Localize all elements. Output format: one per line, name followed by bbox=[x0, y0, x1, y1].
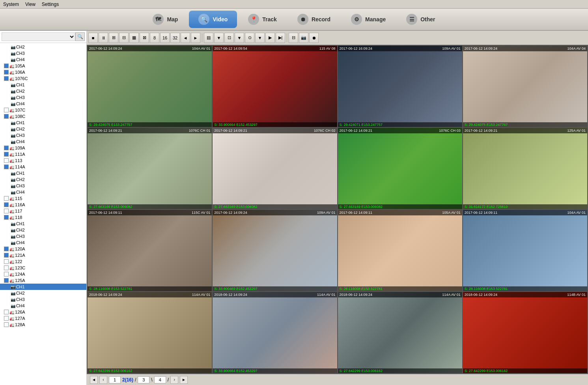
tree-item-1076c-ch4[interactable]: 📷CH4 bbox=[0, 101, 86, 107]
page-last-btn[interactable]: ► bbox=[180, 376, 188, 384]
video-cell-15[interactable]: 2018-06-12 14:09:24 114A AV 01 S: 27.642… bbox=[338, 292, 462, 373]
tree-item-124a[interactable]: 🚛124A bbox=[0, 271, 86, 277]
toolbar-btn-option6[interactable]: ▼ bbox=[255, 33, 265, 43]
checkbox-115[interactable] bbox=[4, 196, 9, 201]
checkbox-114a[interactable] bbox=[4, 164, 9, 169]
video-cell-1[interactable]: 2017-06-12 14:09:24 104A AV 01 S: 29.424… bbox=[88, 46, 212, 127]
toolbar-btn-option3[interactable]: ⊡ bbox=[224, 33, 234, 43]
tree-item-114a-ch1[interactable]: 📷CH1 bbox=[0, 170, 86, 176]
checkbox-109a[interactable] bbox=[4, 146, 9, 150]
tree-item-108c-ch2[interactable]: 📷CH2 bbox=[0, 126, 86, 132]
toolbar-btn-grid1[interactable]: ⊞ bbox=[109, 33, 118, 43]
toolbar-btn-grid32[interactable]: 32 bbox=[170, 33, 180, 43]
search-button[interactable]: 🔍 bbox=[75, 32, 85, 41]
tree-item-118-ch4[interactable]: 📷CH4 bbox=[0, 239, 86, 246]
checkbox-123c[interactable] bbox=[4, 265, 9, 270]
toolbar-btn-grid6[interactable]: ⊠ bbox=[140, 33, 149, 43]
tree-item-ch3[interactable]: 📷CH3 bbox=[0, 50, 86, 56]
toolbar-btn-size[interactable]: ⊟ bbox=[289, 33, 298, 43]
video-cell-9[interactable]: 2017-06-12 14:09:11 115C AV 01 S: 28.116… bbox=[88, 210, 212, 291]
tree-item-115[interactable]: 🚛115 bbox=[0, 195, 86, 202]
tree-item-125a-ch4[interactable]: 📷CH4 bbox=[0, 303, 86, 309]
page-input-2[interactable] bbox=[138, 376, 149, 383]
toolbar-btn-play[interactable]: ▶ bbox=[265, 33, 275, 43]
tree-item-108c-ch3[interactable]: 📷CH3 bbox=[0, 132, 86, 138]
tree-item-116a[interactable]: 🚛116A bbox=[0, 202, 86, 208]
tree-item-123c[interactable]: 🚛123C bbox=[0, 265, 86, 271]
tree-item-118-ch1[interactable]: 📷CH1 bbox=[0, 221, 86, 227]
toolbar-btn-grid2[interactable]: ⊟ bbox=[119, 33, 129, 43]
checkbox-108c[interactable] bbox=[4, 114, 9, 119]
tree-item-122[interactable]: 🚛122 bbox=[0, 258, 86, 265]
tree-item-ch2[interactable]: 📷CH2 bbox=[0, 44, 86, 50]
checkbox-124a[interactable] bbox=[4, 272, 9, 277]
tab-map[interactable]: 🗺 Map bbox=[143, 11, 187, 28]
tree-item-121a[interactable]: 🚛121A bbox=[0, 252, 86, 258]
tree-item-127a[interactable]: 🚛127A bbox=[0, 315, 86, 321]
tree-item-105a[interactable]: 🚛105A bbox=[0, 63, 86, 69]
toolbar-btn-option1[interactable]: ▤ bbox=[204, 33, 213, 43]
checkbox-122[interactable] bbox=[4, 259, 9, 264]
video-cell-13[interactable]: 2018-06-12 14:09:24 114A AV 01 S: 27.642… bbox=[88, 292, 212, 373]
tree-item-125a[interactable]: 🚛125A bbox=[0, 277, 86, 284]
checkbox-126a[interactable] bbox=[4, 310, 9, 314]
video-cell-6[interactable]: 2017-06-12 14:09:21 1076C CH 02 S: 27.66… bbox=[213, 128, 337, 209]
tree-item-117[interactable]: 🚛117 bbox=[0, 208, 86, 214]
checkbox-1076c[interactable] bbox=[4, 76, 9, 81]
tree-item-1076c-ch3[interactable]: 📷CH3 bbox=[0, 94, 86, 101]
tree-item-114a-ch3[interactable]: 📷CH3 bbox=[0, 183, 86, 189]
tree-item-107c[interactable]: 🚛107C bbox=[0, 107, 86, 113]
tree-item-1076c-ch2[interactable]: 📷CH2 bbox=[0, 88, 86, 94]
video-cell-10[interactable]: 2017-06-12 14:09:24 109A AV 01 S: 33.900… bbox=[213, 210, 337, 291]
page-input-1[interactable] bbox=[109, 376, 121, 383]
menu-system[interactable]: System bbox=[3, 2, 19, 7]
checkbox-128a[interactable] bbox=[4, 322, 9, 327]
tree-item-108c-ch4[interactable]: 📷CH4 bbox=[0, 138, 86, 145]
checkbox-121a[interactable] bbox=[4, 253, 9, 258]
tab-manage[interactable]: ⚙ Manage bbox=[342, 11, 395, 28]
video-cell-11[interactable]: 2017-06-12 14:09:11 105A AV 01 S: 28.116… bbox=[338, 210, 462, 291]
toolbar-btn-stop[interactable]: ■ bbox=[88, 33, 98, 43]
tree-item-1076c-ch1[interactable]: 📷CH1 bbox=[0, 82, 86, 88]
video-cell-12[interactable]: 2017-06-12 14:09:11 104A AV 01 S: 28.116… bbox=[463, 210, 587, 291]
page-prev-btn[interactable]: ‹ bbox=[99, 376, 107, 384]
video-cell-2[interactable]: 2017-06-12 14:09:54 115 AV 08 S: 33.9006… bbox=[213, 46, 337, 127]
toolbar-btn-option5[interactable]: ⊙ bbox=[245, 33, 254, 43]
checkbox-127a[interactable] bbox=[4, 316, 9, 321]
toolbar-btn-next[interactable]: ► bbox=[191, 33, 200, 43]
checkbox-106a[interactable] bbox=[4, 70, 9, 75]
checkbox-120a[interactable] bbox=[4, 247, 9, 251]
tree-item-114a-ch2[interactable]: 📷CH2 bbox=[0, 176, 86, 183]
video-cell-4[interactable]: 2017-06-12 14:09:24 104A AV 04 S: 29.424… bbox=[463, 46, 587, 127]
checkbox-125a[interactable] bbox=[4, 278, 9, 283]
toolbar-btn-pause[interactable]: ⏸ bbox=[99, 33, 108, 43]
tree-item-118-ch3[interactable]: 📷CH3 bbox=[0, 233, 86, 239]
checkbox-118[interactable] bbox=[4, 215, 9, 220]
tree-item-114a-ch4[interactable]: 📷CH4 bbox=[0, 189, 86, 195]
checkbox-105a[interactable] bbox=[4, 64, 9, 68]
video-cell-8[interactable]: 2017-06-12 14:09:21 125A AV 01 S: 31.614… bbox=[463, 128, 587, 209]
checkbox-113[interactable] bbox=[4, 158, 9, 163]
toolbar-btn-grid8[interactable]: 8 bbox=[150, 33, 159, 43]
toolbar-btn-option4[interactable]: ▼ bbox=[235, 33, 244, 43]
tree-item-111a[interactable]: 🚛111A bbox=[0, 151, 86, 157]
tree-item-106a[interactable]: 🚛106A bbox=[0, 69, 86, 75]
video-cell-7[interactable]: 2017-06-12 14:09:21 1076C CH 03 S: 27.66… bbox=[338, 128, 462, 209]
page-next-btn[interactable]: › bbox=[170, 376, 178, 384]
tree-item-126a[interactable]: 🚛126A bbox=[0, 309, 86, 315]
tree-item-125a-ch2[interactable]: 📷CH2 bbox=[0, 290, 86, 296]
checkbox-111a[interactable] bbox=[4, 152, 9, 157]
toolbar-btn-grid16[interactable]: 16 bbox=[160, 33, 170, 43]
tree-item-108c-ch1[interactable]: 📷CH1 bbox=[0, 120, 86, 126]
tree-item-113[interactable]: 🚛113 bbox=[0, 157, 86, 164]
video-cell-14[interactable]: 2018-06-12 14:09:24 114A AV 01 S: 33.900… bbox=[213, 292, 337, 373]
tree-item-125a-ch3[interactable]: 📷CH3 bbox=[0, 296, 86, 303]
tab-video[interactable]: 🔍 Video bbox=[189, 11, 237, 28]
video-cell-3[interactable]: 2017-06-12 16:09:24 109A AV 01 S: 29.424… bbox=[338, 46, 462, 127]
menu-settings[interactable]: Settings bbox=[42, 2, 59, 7]
tree-item-109a[interactable]: 🚛109A bbox=[0, 145, 86, 151]
tree-item-114a[interactable]: 🚛114A bbox=[0, 164, 86, 170]
tree-item-ch4[interactable]: 📷CH4 bbox=[0, 56, 86, 63]
tab-record[interactable]: ⏺ Record bbox=[288, 11, 340, 28]
toolbar-btn-play2[interactable]: ▶| bbox=[276, 33, 285, 43]
